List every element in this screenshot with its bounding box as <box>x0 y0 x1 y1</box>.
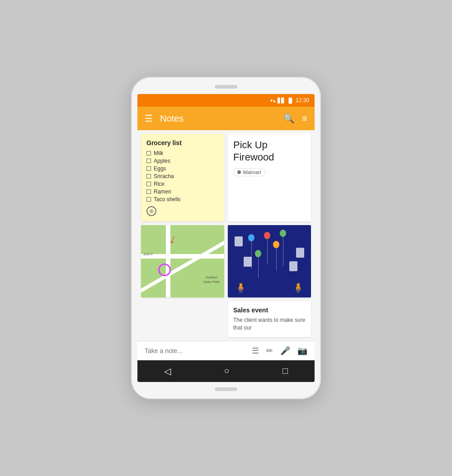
person-figure-right: 🧍 <box>292 282 304 294</box>
grocery-items: MilkApplesEggsSrirachaRiceRamenTaco shel… <box>146 150 219 203</box>
note-doc-3 <box>244 257 252 267</box>
wifi-icon: ▾▴ <box>270 98 276 104</box>
grocery-item: Milk <box>146 150 219 156</box>
bottom-input-bar: ☰ ✏ 🎤 📷 <box>137 341 315 360</box>
grocery-item-label: Sriracha <box>154 173 174 179</box>
content-grid: Grocery list MilkApplesEggsSrirachaRiceR… <box>137 130 315 341</box>
back-button[interactable]: ◁ <box>164 366 171 377</box>
take-note-input[interactable] <box>145 347 245 354</box>
map-highlight-circle <box>158 264 171 276</box>
grocery-item-label: Apples <box>154 158 170 164</box>
map-note-card[interactable]: John F Golden Gate Park ↓ <box>141 225 224 297</box>
checkbox-icon[interactable] <box>146 174 151 179</box>
grocery-item-label: Eggs <box>154 165 166 172</box>
grocery-item: Sriracha <box>146 173 219 179</box>
list-icon[interactable]: ☰ <box>252 346 259 356</box>
search-icon[interactable]: 🔍 <box>283 113 295 124</box>
checkbox-icon[interactable] <box>146 159 151 163</box>
balloon-blue <box>248 234 254 241</box>
checkbox-icon[interactable] <box>146 189 151 194</box>
app-title: Notes <box>160 113 276 124</box>
balloon-green1 <box>280 230 286 237</box>
grocery-note-card[interactable]: Grocery list MilkApplesEggsSrirachaRiceR… <box>141 134 224 222</box>
checkbox-icon[interactable] <box>146 166 151 171</box>
map-park-label: Golden Gate Park <box>203 275 220 284</box>
pickup-firewood-card[interactable]: Pick Up Firewood Walmart <box>228 134 311 222</box>
menu-icon[interactable]: ☰ <box>145 113 153 124</box>
recents-button[interactable]: □ <box>282 366 288 376</box>
person-figure-left: 🧍 <box>235 282 247 294</box>
grocery-item-label: Ramen <box>154 189 171 195</box>
reminder-icon: ⊕ <box>146 206 156 216</box>
grocery-title: Grocery list <box>146 139 219 146</box>
grocery-item-label: Taco shells <box>154 196 180 203</box>
nav-bar: ◁ ○ □ <box>137 360 315 382</box>
sales-text: The client wants to make sure that our <box>233 316 306 332</box>
checkbox-icon[interactable] <box>146 182 151 186</box>
grocery-item: Taco shells <box>146 196 219 203</box>
camera-icon[interactable]: 📷 <box>297 346 307 356</box>
note-doc-1 <box>235 236 243 246</box>
checkbox-icon[interactable] <box>146 151 151 156</box>
map-road-diagonal <box>141 236 224 297</box>
balloon-red <box>264 232 270 239</box>
phone-screen: ▾▴ ▋▊ ▐▌ 12:30 ☰ Notes 🔍 ≡ Grocery list … <box>137 94 315 382</box>
balloon-string-red <box>267 239 268 264</box>
status-time: 12:30 <box>296 97 309 104</box>
map-road-horizontal <box>141 254 224 259</box>
pickup-title: Pick Up Firewood <box>233 139 306 163</box>
location-badge: Walmart <box>233 168 265 176</box>
app-bar: ☰ Notes 🔍 ≡ <box>137 107 315 130</box>
pencil-icon[interactable]: ✏ <box>266 346 273 356</box>
sales-event-card[interactable]: Sales event The client wants to make sur… <box>228 301 311 337</box>
balloon-green2 <box>255 250 261 257</box>
signal-icon: ▋▊ <box>278 98 285 104</box>
location-pin-icon <box>237 170 241 174</box>
phone-bottom-bar <box>215 387 237 391</box>
battery-icon: ▐▌ <box>287 98 294 103</box>
map-background: John F Golden Gate Park ↓ <box>141 225 224 297</box>
illustration-card[interactable]: 🧍 🧍 <box>228 225 311 297</box>
balloon-string-green1 <box>283 237 283 266</box>
grid-icon[interactable]: ≡ <box>302 113 307 124</box>
phone-speaker <box>215 85 237 89</box>
checkbox-icon[interactable] <box>146 197 151 202</box>
phone-device: ▾▴ ▋▊ ▐▌ 12:30 ☰ Notes 🔍 ≡ Grocery list … <box>131 77 321 399</box>
status-bar: ▾▴ ▋▊ ▐▌ 12:30 <box>137 94 315 107</box>
map-street-label: John F <box>143 253 153 256</box>
location-label: Walmart <box>243 170 261 175</box>
grocery-footer: ⊕ <box>146 206 219 216</box>
mic-icon[interactable]: 🎤 <box>280 346 290 356</box>
grocery-item: Rice <box>146 181 219 187</box>
sales-title: Sales event <box>233 306 306 314</box>
grocery-item: Ramen <box>146 189 219 195</box>
grocery-item: Eggs <box>146 165 219 172</box>
grocery-item-label: Rice <box>154 181 165 187</box>
note-doc-4 <box>289 261 297 271</box>
status-icons: ▾▴ ▋▊ ▐▌ 12:30 <box>270 97 309 104</box>
home-button[interactable]: ○ <box>224 366 229 376</box>
balloon-orange <box>273 241 279 248</box>
map-road-vertical <box>166 225 170 297</box>
note-doc-2 <box>296 248 304 258</box>
grocery-item-label: Milk <box>154 150 163 156</box>
balloon-string-orange <box>276 248 277 271</box>
balloon-string-green2 <box>258 257 259 278</box>
grocery-item: Apples <box>146 158 219 164</box>
